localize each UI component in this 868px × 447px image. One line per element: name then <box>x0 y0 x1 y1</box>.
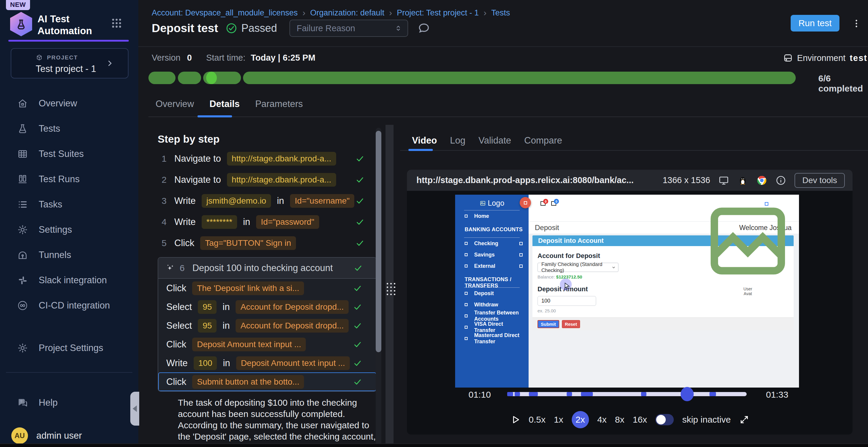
bank-nav-mastercard-direct-transfer[interactable]: Mastercard Direct Transfer <box>455 333 529 344</box>
dev-tools-button[interactable]: Dev tools <box>795 173 845 188</box>
video-tab-video[interactable]: Video <box>412 135 437 146</box>
sidebar-collapse-handle[interactable] <box>130 392 139 425</box>
sidebar-item-ci-cd-integration[interactable]: CI-CD integration <box>0 293 138 318</box>
step-value-badge[interactable]: 100 <box>194 356 217 370</box>
speed-8x[interactable]: 8x <box>615 415 624 425</box>
step-value-badge[interactable]: http://stage.dbank.prod-a... <box>227 152 336 166</box>
step-selector-badge[interactable]: Id="username" <box>290 194 354 208</box>
breadcrumb-link[interactable]: Organization: default <box>310 8 384 18</box>
step-row[interactable]: 1Navigate tohttp://stage.dbank.prod-a... <box>149 148 378 169</box>
step-row[interactable]: ClickDeposit Amount text input ... <box>158 335 376 354</box>
reset-button[interactable]: Reset <box>562 320 580 328</box>
step-selector-badge[interactable]: Id="password" <box>256 215 319 229</box>
step-row[interactable]: 4Write********inId="password" <box>149 211 378 232</box>
bank-nav-deposit[interactable]: Deposit <box>455 288 529 299</box>
step-selector-badge[interactable]: The 'Deposit' link with a si... <box>192 281 304 295</box>
breadcrumb-link[interactable]: Account: Devspace_all_module_licenses <box>152 8 298 18</box>
steps-scrollbar-thumb[interactable] <box>376 131 381 352</box>
bank-nav-withdraw[interactable]: Withdraw <box>455 299 529 310</box>
step-row[interactable]: ClickThe 'Deposit' link with a si... <box>158 279 376 298</box>
run-test-button[interactable]: Run test <box>790 15 839 32</box>
step-value-badge[interactable]: 95 <box>198 300 217 314</box>
tab-overview[interactable]: Overview <box>156 99 194 117</box>
step-group-header[interactable]: 6 Deposit 100 into checking account <box>158 258 376 279</box>
speed-0.5x[interactable]: 0.5x <box>529 415 546 425</box>
tab-details[interactable]: Details <box>209 99 240 117</box>
speed-4x[interactable]: 4x <box>597 415 607 425</box>
tab-parameters[interactable]: Parameters <box>255 99 303 117</box>
sidebar-item-slack-integration[interactable]: Slack integration <box>0 268 138 293</box>
bank-nav-savings[interactable]: Savings <box>455 249 529 260</box>
fullscreen-icon[interactable] <box>739 415 749 425</box>
bank-logo[interactable]: Logo <box>455 195 529 207</box>
speed-2x[interactable]: 2x <box>572 411 589 428</box>
sidebar-item-settings[interactable]: Settings <box>0 217 138 242</box>
progress-segment[interactable] <box>149 72 176 84</box>
bank-nav-visa-direct-transfer[interactable]: VISA Direct Transfer <box>455 321 529 333</box>
bank-nav-home[interactable]: Home <box>455 210 529 222</box>
project-selector[interactable]: PROJECT Test project - 1 <box>11 48 128 78</box>
video-tab-validate[interactable]: Validate <box>478 135 512 146</box>
breadcrumb-link[interactable]: Tests <box>491 8 510 18</box>
sidebar-item-label: Overview <box>39 98 77 109</box>
timeline-thumb[interactable] <box>681 387 694 401</box>
step-selector-badge[interactable]: Deposit Amount text input ... <box>236 356 350 370</box>
window-tab-icon[interactable]: 0 <box>540 201 546 206</box>
window-tab-icon[interactable]: 0 <box>551 201 556 206</box>
step-selector-badge[interactable]: Submit button at the botto... <box>192 375 304 389</box>
bank-nav-transfer-between-accounts[interactable]: Transfer Between Accounts <box>455 310 529 321</box>
sidebar-item-label: Test Runs <box>39 174 80 184</box>
step-selector-badge[interactable]: Tag="BUTTON" Sign in <box>200 236 296 250</box>
progress-segment[interactable] <box>243 72 796 84</box>
sidebar-item-test-suites[interactable]: Test Suites <box>0 141 138 166</box>
kebab-menu-icon[interactable] <box>851 16 862 30</box>
step-value-badge[interactable]: ******** <box>202 215 237 229</box>
sidebar-item-test-runs[interactable]: Test Runs <box>0 166 138 192</box>
breadcrumb-link[interactable]: Project: Test project - 1 <box>397 8 479 18</box>
comment-bubble-icon[interactable] <box>417 22 430 34</box>
progress-segment[interactable] <box>203 72 241 84</box>
step-selector-badge[interactable]: Account for Deposit dropd... <box>236 319 348 333</box>
sidebar-item-help[interactable]: ?Help <box>0 390 138 415</box>
step-value-badge[interactable]: http://stage.dbank.prod-a... <box>227 173 336 187</box>
bank-nav-external[interactable]: External <box>455 260 529 272</box>
speed-16x[interactable]: 16x <box>633 415 647 425</box>
apps-grid-icon[interactable] <box>111 17 123 29</box>
user-menu[interactable]: AU admin user <box>11 427 82 444</box>
progress-segment[interactable] <box>178 72 201 84</box>
sidebar-item-project-settings[interactable]: Project Settings <box>0 335 138 360</box>
info-icon[interactable] <box>775 175 786 186</box>
video-timeline[interactable] <box>507 392 747 396</box>
page-url[interactable]: http://stage.dbank.prod-apps.relicx.ai:8… <box>416 175 633 185</box>
step-row[interactable]: 3Writejsmith@demo.ioinId="username" <box>149 190 378 211</box>
step-row[interactable]: 5ClickTag="BUTTON" Sign in <box>149 232 378 253</box>
skip-inactive-toggle[interactable] <box>655 414 674 425</box>
speed-1x[interactable]: 1x <box>554 415 563 425</box>
sidebar-item-overview[interactable]: Overview <box>0 91 138 116</box>
deposit-amount-input[interactable]: 100 <box>537 296 596 306</box>
sidebar-item-tunnels[interactable]: Tunnels <box>0 242 138 268</box>
step-row[interactable]: 2Navigate tohttp://stage.dbank.prod-a... <box>149 169 378 190</box>
user-avatar-broken-image[interactable]: User Avat <box>703 197 793 296</box>
panel-resize-gutter[interactable] <box>385 125 394 447</box>
step-selector-badge[interactable]: Deposit Amount text input ... <box>192 338 306 351</box>
video-tab-log[interactable]: Log <box>450 135 466 146</box>
step-row[interactable]: Select95inAccount for Deposit dropd... <box>158 316 376 335</box>
sidebar-item-tasks[interactable]: Tasks <box>0 192 138 217</box>
amount-hint: ex. 25.00 <box>537 308 794 313</box>
sidebar-item-tests[interactable]: Tests <box>0 116 138 141</box>
submit-button[interactable]: Submit <box>537 320 559 328</box>
step-value-badge[interactable]: jsmith@demo.io <box>202 194 271 208</box>
breadcrumb-separator: › <box>389 8 392 18</box>
check-icon <box>355 175 364 184</box>
step-value-badge[interactable]: 95 <box>198 319 217 333</box>
account-for-deposit-select[interactable]: Family Checking (Standard Checking) <box>537 263 618 272</box>
video-tab-compare[interactable]: Compare <box>524 135 562 146</box>
step-selector-badge[interactable]: Account for Deposit dropd... <box>236 300 348 314</box>
play-icon[interactable] <box>510 415 520 425</box>
failure-reason-select[interactable]: Failure Reason <box>289 20 408 37</box>
step-row[interactable]: ClickSubmit button at the botto... <box>158 372 376 391</box>
step-row[interactable]: Write100inDeposit Amount text input ... <box>158 354 376 372</box>
step-row[interactable]: Select95inAccount for Deposit dropd... <box>158 298 376 316</box>
bank-nav-checking[interactable]: Checking <box>455 238 529 249</box>
